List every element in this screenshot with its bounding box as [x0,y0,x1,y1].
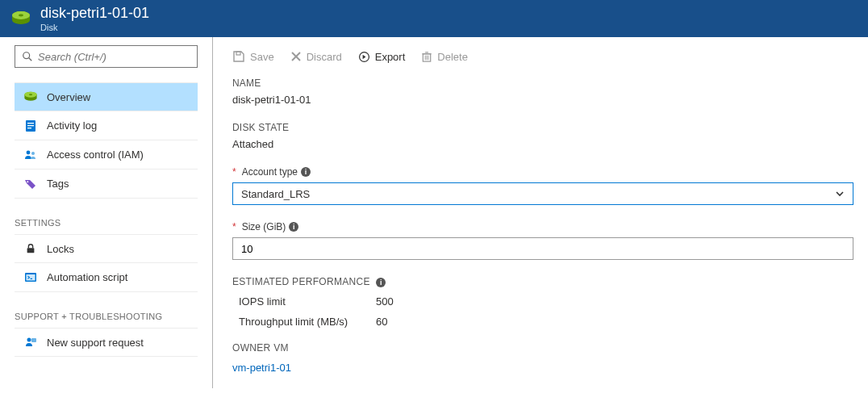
sidebar-item-label: New support request [47,337,144,349]
sidebar-item-label: Access control (IAM) [47,149,144,161]
save-button: Save [232,50,274,63]
delete-icon [421,51,432,63]
sidebar: Overview Activity log Access control (IA… [0,37,213,388]
info-icon[interactable]: i [301,167,311,177]
sidebar-item-locks[interactable]: Locks [15,234,198,263]
delete-button: Delete [421,51,468,63]
disk-state-value: Attached [232,138,853,150]
owner-vm-label: OWNER VM [232,342,853,354]
discard-button: Discard [290,51,342,63]
sidebar-item-new-support-request[interactable]: New support request [15,328,198,357]
svg-point-18 [27,338,31,342]
disk-state-label: DISK STATE [232,122,853,133]
estimated-performance-label: ESTIMATED PERFORMANCE i [232,276,853,287]
account-type-select[interactable]: Standard_LRS [232,182,853,205]
nav-section-support: SUPPORT + TROUBLESHOOTING [15,307,198,328]
account-type-label: * Account type i [232,166,853,178]
svg-rect-10 [27,125,34,126]
search-icon [22,51,33,62]
svg-rect-9 [27,123,34,123]
save-icon [232,50,245,63]
toolbar: Save Discard Export Delete [232,47,853,77]
export-button[interactable]: Export [358,51,406,63]
size-input[interactable] [232,237,853,260]
sidebar-item-overview[interactable]: Overview [15,82,198,111]
disk-icon [10,10,32,27]
svg-point-3 [23,52,30,59]
script-icon [23,272,39,283]
sidebar-item-label: Locks [47,243,74,255]
name-label: NAME [232,77,853,89]
sidebar-item-label: Automation script [47,271,127,283]
svg-point-12 [27,150,31,154]
page-subtitle: Disk [40,23,149,33]
svg-rect-17 [27,274,35,281]
search-input[interactable] [15,45,198,68]
support-icon [23,336,39,349]
disk-icon [23,91,39,103]
log-icon [23,119,39,132]
svg-point-7 [29,94,32,95]
sidebar-item-label: Tags [47,178,69,190]
owner-vm-link[interactable]: vm-petri1-01 [232,362,853,374]
size-label: * Size (GiB) i [232,221,853,232]
svg-rect-20 [236,52,240,55]
sidebar-item-tags[interactable]: Tags [15,170,198,199]
discard-icon [290,51,302,62]
svg-rect-11 [27,128,31,128]
export-icon [358,51,370,63]
sidebar-item-label: Overview [47,91,90,103]
svg-rect-19 [31,338,36,342]
name-value: disk-petri1-01-01 [232,94,853,106]
sidebar-item-label: Activity log [47,119,97,132]
iops-value: 500 [376,295,394,308]
svg-point-2 [19,15,23,17]
info-icon[interactable]: i [289,222,298,232]
blade-header: disk-petri1-01-01 Disk [0,0,868,37]
lock-icon [23,243,39,254]
svg-line-4 [29,58,32,61]
svg-point-14 [27,181,28,182]
iops-label: IOPS limit [239,295,376,308]
sidebar-item-access-control[interactable]: Access control (IAM) [15,140,198,170]
main-content: Save Discard Export Delete NAME disk-pet… [213,37,868,388]
info-icon[interactable]: i [376,278,386,287]
throughput-label: Throughput limit (MB/s) [239,316,376,328]
svg-point-13 [31,152,35,155]
sidebar-item-activity-log[interactable]: Activity log [15,111,198,140]
chevron-down-icon [835,189,845,199]
throughput-value: 60 [376,316,387,328]
sidebar-item-automation-script[interactable]: Automation script [15,263,198,292]
nav-section-settings: SETTINGS [15,213,198,234]
tag-icon [23,178,39,190]
iam-icon [23,149,39,161]
page-title: disk-petri1-01-01 [40,5,149,22]
svg-rect-15 [27,248,35,253]
